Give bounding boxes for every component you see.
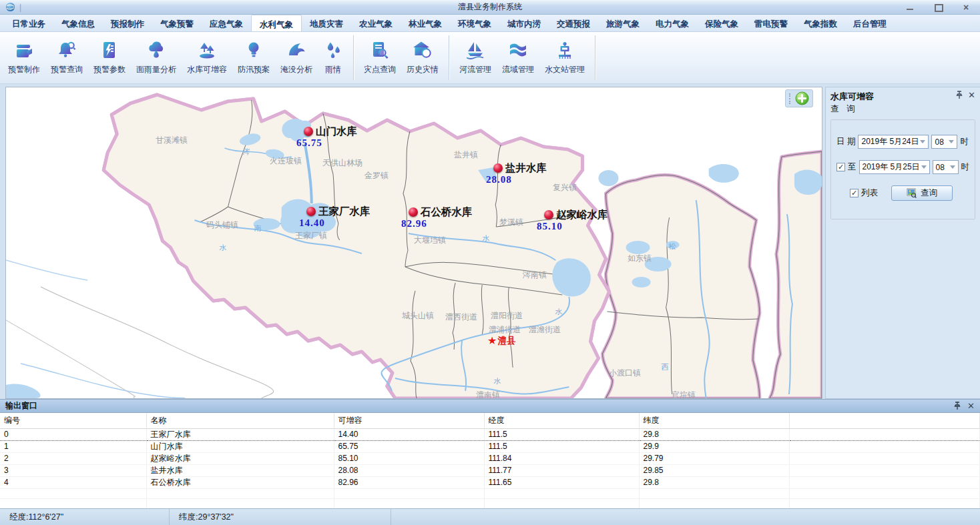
reservoir-name-label: 王家厂水库: [318, 205, 371, 219]
hour-from-select[interactable]: 08: [931, 135, 957, 149]
toolbar-button-bulb[interactable]: 防汛预案: [232, 37, 275, 79]
toolbar-button-bell-search[interactable]: 预警查询: [45, 37, 88, 79]
window-title: 澧县业务制作系统: [0, 1, 980, 13]
hour-to-select[interactable]: 08: [933, 160, 959, 174]
table-row-0[interactable]: 0王家厂水库14.40111.529.8: [0, 428, 980, 440]
menu-tab-3[interactable]: 气象预警: [152, 15, 202, 31]
app-logo-icon: [5, 2, 15, 12]
menu-tab-2[interactable]: 预报制作: [103, 15, 152, 31]
table-row-4[interactable]: 4石公桥水库82.96111.6529.8: [0, 476, 980, 488]
date-from-select[interactable]: 2019年 5月24日: [858, 135, 929, 149]
query-button[interactable]: 查询: [891, 185, 953, 201]
menu-tab-9[interactable]: 环境气象: [450, 15, 499, 31]
reservoir-value-label: 65.75: [296, 137, 322, 149]
toolbar-button-waves[interactable]: 流域管理: [497, 37, 539, 79]
menu-tab-11[interactable]: 交通预报: [549, 15, 598, 31]
chevron-down-icon: [950, 165, 955, 169]
map-canvas[interactable]: 甘溪滩镇火连坡镇天供山林场金罗镇盐井镇复兴镇码头铺镇王家厂镇梦溪镇大堰垱镇涔南镇…: [5, 87, 822, 399]
menu-tab-14[interactable]: 保险气象: [697, 15, 746, 31]
table-cell: 111.77: [484, 464, 639, 476]
output-column-header[interactable]: 名称: [146, 413, 334, 428]
output-close-icon[interactable]: ✕: [967, 402, 975, 410]
output-column-header[interactable]: 经度: [484, 413, 639, 428]
table-row-2[interactable]: 2赵家峪水库85.10111.8429.79: [0, 452, 980, 464]
list-label: 列表: [861, 187, 878, 199]
toolbar-button-cloud-drop[interactable]: 面雨量分析: [131, 37, 182, 79]
toolbar-separator: [595, 35, 595, 80]
query-groupbox: 日 期 2019年 5月24日 08 时 至 2019年 5月25日 08 时: [830, 119, 975, 219]
menu-tab-17[interactable]: 后台管理: [845, 15, 895, 31]
menu-tab-0[interactable]: 日常业务: [4, 15, 53, 31]
output-window: 输出窗口 ✕ 编号名称可增容经度纬度 0王家厂水库14.40111.529.81…: [0, 399, 980, 508]
menu-tab-6[interactable]: 地质灾害: [302, 15, 351, 31]
output-column-header[interactable]: 编号: [0, 413, 146, 428]
reservoir-name-label: 赵家峪水库: [556, 208, 608, 222]
table-cell: 111.84: [484, 452, 639, 464]
menu-tab-4[interactable]: 应急气象: [202, 15, 251, 31]
table-cell: [789, 488, 980, 498]
toolbar-button-alert-edit[interactable]: 预警制作: [3, 37, 45, 79]
reservoir-capacity-panel: 水库可增容 ✕ 查 询 日 期 2019年 5月24日 08 时: [825, 87, 980, 399]
menu-tab-12[interactable]: 旅游气象: [598, 15, 648, 31]
table-cell: [0, 498, 146, 508]
toolbar-button-label: 面雨量分析: [136, 64, 176, 75]
menu-tab-1[interactable]: 气象信息: [53, 15, 103, 31]
menu-tab-13[interactable]: 电力气象: [648, 15, 697, 31]
station-icon: [555, 40, 575, 60]
table-cell: [484, 488, 639, 498]
reservoir-value-label: 82.96: [401, 218, 427, 229]
panel-close-icon[interactable]: ✕: [968, 91, 975, 99]
output-column-header[interactable]: 纬度: [639, 413, 789, 428]
table-cell: 82.96: [334, 476, 484, 488]
menu-tab-10[interactable]: 城市内涝: [499, 15, 549, 31]
to-checkbox[interactable]: [836, 163, 845, 171]
pin-icon[interactable]: [956, 91, 963, 99]
menu-tab-7[interactable]: 农业气象: [351, 15, 401, 31]
add-overlay-button[interactable]: [795, 91, 809, 105]
table-row-3[interactable]: 3盐井水库28.08111.7729.85: [0, 464, 980, 476]
status-bar: 经度:112°6'27" 纬度:29°37'32": [0, 508, 980, 525]
toolbar-button-doc-search[interactable]: 灾点查询: [358, 37, 401, 79]
toolbar-button-label: 水库可增容: [187, 64, 227, 75]
date-to-select[interactable]: 2019年 5月25日: [859, 160, 930, 174]
table-cell: 1: [0, 440, 146, 452]
close-button[interactable]: ×: [961, 3, 971, 11]
toolbar-button-station[interactable]: 水文站管理: [539, 37, 590, 79]
toolbar-button-wave[interactable]: 淹没分析: [275, 37, 318, 79]
menu-tab-16[interactable]: 气象指数: [796, 15, 845, 31]
toolbar-button-raindrops[interactable]: 雨情: [318, 37, 348, 79]
menu-tab-5[interactable]: 水利气象: [251, 15, 302, 31]
table-cell: 29.85: [639, 464, 789, 476]
maximize-button[interactable]: [933, 3, 943, 11]
toolbar-button-trees-water[interactable]: 水库可增容: [182, 37, 232, 79]
reservoir-name-label: 山门水库: [316, 125, 357, 139]
table-cell: [789, 440, 980, 452]
table-empty-row: [0, 488, 980, 498]
table-cell: [146, 498, 334, 508]
toolbar-button-doc-bolt[interactable]: 预警参数: [88, 37, 131, 79]
drag-handle-icon[interactable]: [789, 93, 792, 104]
toolbar-button-label: 水文站管理: [545, 64, 585, 75]
toolbar-separator: [353, 35, 354, 80]
table-cell: 29.8: [639, 428, 789, 440]
table-cell: 111.65: [484, 476, 639, 488]
sailboat-icon: [465, 40, 485, 60]
county-name-label: 澧县: [497, 335, 515, 347]
minimize-button[interactable]: [905, 3, 915, 11]
table-empty-row: [0, 498, 980, 508]
map-floating-toolbar: [785, 89, 813, 107]
list-checkbox[interactable]: [850, 189, 859, 197]
table-row-1[interactable]: 1山门水库65.75111.529.9: [0, 440, 980, 452]
toolbar-button-house-clock[interactable]: 历史灾情: [401, 37, 444, 79]
menu-tab-15[interactable]: 雷电预警: [746, 15, 796, 31]
output-column-header[interactable]: 可增容: [334, 413, 484, 428]
pin-icon[interactable]: [954, 402, 961, 410]
doc-bolt-icon: [99, 40, 119, 60]
toolbar-button-sailboat[interactable]: 河流管理: [454, 37, 497, 79]
output-column-header[interactable]: [789, 413, 980, 428]
toolbar-button-label: 预警查询: [51, 64, 83, 75]
table-cell: 赵家峪水库: [146, 452, 334, 464]
table-cell: [789, 476, 980, 488]
output-table: 编号名称可增容经度纬度 0王家厂水库14.40111.529.81山门水库65.…: [0, 413, 980, 509]
menu-tab-8[interactable]: 林业气象: [401, 15, 450, 31]
